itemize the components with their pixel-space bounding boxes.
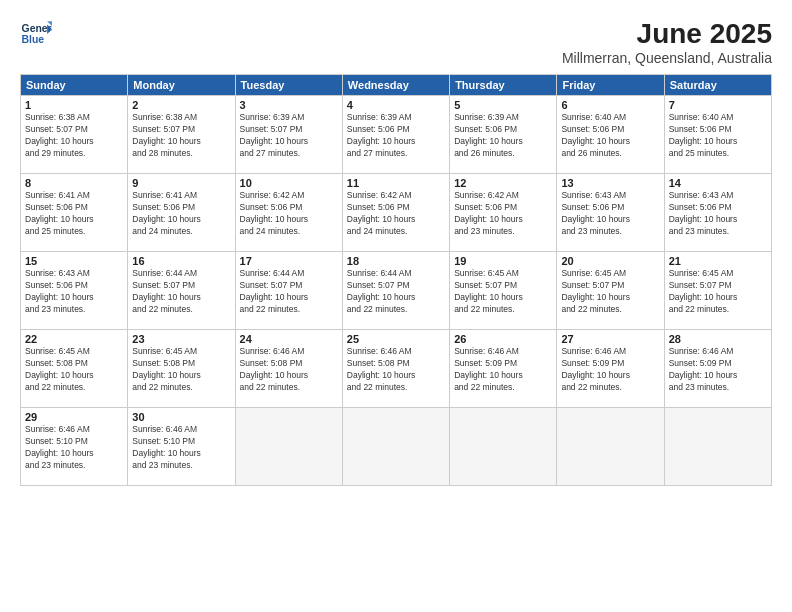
day-number: 16 [132, 255, 230, 267]
day-info: Sunrise: 6:40 AMSunset: 5:06 PMDaylight:… [561, 112, 659, 160]
calendar-cell: 22Sunrise: 6:45 AMSunset: 5:08 PMDayligh… [21, 330, 128, 408]
day-number: 23 [132, 333, 230, 345]
day-number: 3 [240, 99, 338, 111]
calendar-cell: 13Sunrise: 6:43 AMSunset: 5:06 PMDayligh… [557, 174, 664, 252]
calendar-cell: 16Sunrise: 6:44 AMSunset: 5:07 PMDayligh… [128, 252, 235, 330]
day-info: Sunrise: 6:45 AMSunset: 5:08 PMDaylight:… [132, 346, 230, 394]
calendar-cell [557, 408, 664, 486]
logo-icon: General Blue [20, 18, 52, 50]
day-number: 7 [669, 99, 767, 111]
calendar-cell: 4Sunrise: 6:39 AMSunset: 5:06 PMDaylight… [342, 96, 449, 174]
calendar-cell: 3Sunrise: 6:39 AMSunset: 5:07 PMDaylight… [235, 96, 342, 174]
logo: General Blue [20, 18, 52, 50]
day-number: 14 [669, 177, 767, 189]
header-row: Sunday Monday Tuesday Wednesday Thursday… [21, 75, 772, 96]
day-info: Sunrise: 6:39 AMSunset: 5:06 PMDaylight:… [454, 112, 552, 160]
day-number: 5 [454, 99, 552, 111]
day-info: Sunrise: 6:46 AMSunset: 5:10 PMDaylight:… [25, 424, 123, 472]
day-info: Sunrise: 6:41 AMSunset: 5:06 PMDaylight:… [25, 190, 123, 238]
calendar-cell [235, 408, 342, 486]
col-sunday: Sunday [21, 75, 128, 96]
calendar-cell: 24Sunrise: 6:46 AMSunset: 5:08 PMDayligh… [235, 330, 342, 408]
calendar-cell: 19Sunrise: 6:45 AMSunset: 5:07 PMDayligh… [450, 252, 557, 330]
calendar-week-2: 8Sunrise: 6:41 AMSunset: 5:06 PMDaylight… [21, 174, 772, 252]
calendar-cell: 21Sunrise: 6:45 AMSunset: 5:07 PMDayligh… [664, 252, 771, 330]
day-number: 22 [25, 333, 123, 345]
day-number: 17 [240, 255, 338, 267]
day-number: 11 [347, 177, 445, 189]
day-info: Sunrise: 6:46 AMSunset: 5:10 PMDaylight:… [132, 424, 230, 472]
col-monday: Monday [128, 75, 235, 96]
calendar-cell: 18Sunrise: 6:44 AMSunset: 5:07 PMDayligh… [342, 252, 449, 330]
day-info: Sunrise: 6:46 AMSunset: 5:08 PMDaylight:… [240, 346, 338, 394]
calendar: Sunday Monday Tuesday Wednesday Thursday… [20, 74, 772, 486]
day-number: 27 [561, 333, 659, 345]
calendar-week-5: 29Sunrise: 6:46 AMSunset: 5:10 PMDayligh… [21, 408, 772, 486]
day-info: Sunrise: 6:46 AMSunset: 5:08 PMDaylight:… [347, 346, 445, 394]
calendar-cell: 28Sunrise: 6:46 AMSunset: 5:09 PMDayligh… [664, 330, 771, 408]
day-number: 13 [561, 177, 659, 189]
calendar-cell: 25Sunrise: 6:46 AMSunset: 5:08 PMDayligh… [342, 330, 449, 408]
day-info: Sunrise: 6:46 AMSunset: 5:09 PMDaylight:… [561, 346, 659, 394]
calendar-week-1: 1Sunrise: 6:38 AMSunset: 5:07 PMDaylight… [21, 96, 772, 174]
header: General Blue June 2025 Millmerran, Queen… [20, 18, 772, 66]
day-info: Sunrise: 6:44 AMSunset: 5:07 PMDaylight:… [132, 268, 230, 316]
day-info: Sunrise: 6:39 AMSunset: 5:07 PMDaylight:… [240, 112, 338, 160]
subtitle: Millmerran, Queensland, Australia [562, 50, 772, 66]
col-wednesday: Wednesday [342, 75, 449, 96]
day-number: 2 [132, 99, 230, 111]
calendar-cell: 10Sunrise: 6:42 AMSunset: 5:06 PMDayligh… [235, 174, 342, 252]
calendar-cell: 2Sunrise: 6:38 AMSunset: 5:07 PMDaylight… [128, 96, 235, 174]
day-info: Sunrise: 6:40 AMSunset: 5:06 PMDaylight:… [669, 112, 767, 160]
day-number: 28 [669, 333, 767, 345]
day-number: 6 [561, 99, 659, 111]
col-thursday: Thursday [450, 75, 557, 96]
calendar-cell: 11Sunrise: 6:42 AMSunset: 5:06 PMDayligh… [342, 174, 449, 252]
day-info: Sunrise: 6:42 AMSunset: 5:06 PMDaylight:… [240, 190, 338, 238]
day-number: 12 [454, 177, 552, 189]
calendar-header: Sunday Monday Tuesday Wednesday Thursday… [21, 75, 772, 96]
calendar-cell: 20Sunrise: 6:45 AMSunset: 5:07 PMDayligh… [557, 252, 664, 330]
day-info: Sunrise: 6:43 AMSunset: 5:06 PMDaylight:… [25, 268, 123, 316]
calendar-cell: 9Sunrise: 6:41 AMSunset: 5:06 PMDaylight… [128, 174, 235, 252]
col-tuesday: Tuesday [235, 75, 342, 96]
day-number: 26 [454, 333, 552, 345]
title-block: June 2025 Millmerran, Queensland, Austra… [562, 18, 772, 66]
day-number: 29 [25, 411, 123, 423]
calendar-cell: 30Sunrise: 6:46 AMSunset: 5:10 PMDayligh… [128, 408, 235, 486]
day-info: Sunrise: 6:38 AMSunset: 5:07 PMDaylight:… [25, 112, 123, 160]
day-info: Sunrise: 6:46 AMSunset: 5:09 PMDaylight:… [669, 346, 767, 394]
calendar-cell [342, 408, 449, 486]
day-info: Sunrise: 6:42 AMSunset: 5:06 PMDaylight:… [347, 190, 445, 238]
calendar-cell: 1Sunrise: 6:38 AMSunset: 5:07 PMDaylight… [21, 96, 128, 174]
day-number: 8 [25, 177, 123, 189]
day-info: Sunrise: 6:44 AMSunset: 5:07 PMDaylight:… [240, 268, 338, 316]
calendar-cell: 6Sunrise: 6:40 AMSunset: 5:06 PMDaylight… [557, 96, 664, 174]
calendar-body: 1Sunrise: 6:38 AMSunset: 5:07 PMDaylight… [21, 96, 772, 486]
calendar-week-4: 22Sunrise: 6:45 AMSunset: 5:08 PMDayligh… [21, 330, 772, 408]
day-info: Sunrise: 6:46 AMSunset: 5:09 PMDaylight:… [454, 346, 552, 394]
day-info: Sunrise: 6:38 AMSunset: 5:07 PMDaylight:… [132, 112, 230, 160]
calendar-cell: 17Sunrise: 6:44 AMSunset: 5:07 PMDayligh… [235, 252, 342, 330]
day-info: Sunrise: 6:45 AMSunset: 5:08 PMDaylight:… [25, 346, 123, 394]
day-info: Sunrise: 6:43 AMSunset: 5:06 PMDaylight:… [561, 190, 659, 238]
day-number: 25 [347, 333, 445, 345]
day-number: 19 [454, 255, 552, 267]
page: General Blue June 2025 Millmerran, Queen… [0, 0, 792, 612]
calendar-cell: 26Sunrise: 6:46 AMSunset: 5:09 PMDayligh… [450, 330, 557, 408]
day-number: 30 [132, 411, 230, 423]
calendar-cell: 5Sunrise: 6:39 AMSunset: 5:06 PMDaylight… [450, 96, 557, 174]
calendar-cell: 15Sunrise: 6:43 AMSunset: 5:06 PMDayligh… [21, 252, 128, 330]
day-number: 21 [669, 255, 767, 267]
day-info: Sunrise: 6:41 AMSunset: 5:06 PMDaylight:… [132, 190, 230, 238]
calendar-cell [450, 408, 557, 486]
calendar-cell [664, 408, 771, 486]
day-number: 18 [347, 255, 445, 267]
col-friday: Friday [557, 75, 664, 96]
calendar-cell: 12Sunrise: 6:42 AMSunset: 5:06 PMDayligh… [450, 174, 557, 252]
day-info: Sunrise: 6:44 AMSunset: 5:07 PMDaylight:… [347, 268, 445, 316]
day-info: Sunrise: 6:45 AMSunset: 5:07 PMDaylight:… [454, 268, 552, 316]
day-info: Sunrise: 6:45 AMSunset: 5:07 PMDaylight:… [669, 268, 767, 316]
day-info: Sunrise: 6:43 AMSunset: 5:06 PMDaylight:… [669, 190, 767, 238]
calendar-cell: 14Sunrise: 6:43 AMSunset: 5:06 PMDayligh… [664, 174, 771, 252]
